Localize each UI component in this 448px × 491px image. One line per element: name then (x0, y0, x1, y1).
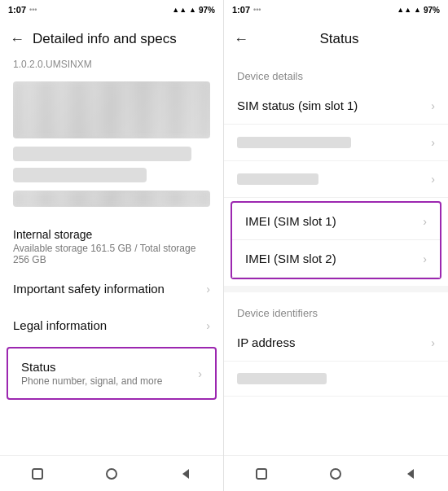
chevron-imei2: › (423, 252, 427, 265)
right-page-title: Status (319, 31, 375, 47)
back-button-left[interactable]: ← (10, 31, 24, 48)
imei-highlight-box: IMEI (SIM slot 1) › IMEI (SIM slot 2) › (231, 201, 441, 279)
menu-label-safety: Important safety information (13, 282, 165, 296)
version-text: 1.0.2.0.UMSINXM (0, 59, 223, 77)
chevron-safety: › (206, 283, 210, 296)
menu-item-safety[interactable]: Important safety information › (0, 270, 223, 307)
svg-point-4 (331, 469, 340, 479)
chevron-sim1-status: › (431, 99, 435, 112)
left-page-title: Detailed info and specs (33, 31, 177, 47)
chevron-blurred-2: › (431, 173, 435, 186)
dots-left: ••• (29, 6, 37, 14)
time-right: 1:07 (232, 5, 250, 15)
chevron-status: › (198, 367, 202, 380)
menu-label-legal: Legal information (13, 318, 107, 332)
status-text-block: Status Phone number, signal, and more (21, 360, 162, 387)
menu-item-legal[interactable]: Legal information › (0, 307, 223, 344)
status-highlight-box: Status Phone number, signal, and more › (7, 347, 217, 400)
section-device-details: Device details (224, 59, 448, 87)
left-panel: 1:07 ••• ▲▲ ▲ 97% ← Detailed info and sp… (0, 0, 224, 491)
time-left: 1:07 (8, 5, 26, 15)
nav-back-right[interactable] (402, 465, 419, 483)
list-item-ip-blurred[interactable] (224, 362, 448, 397)
blurred-image-2 (13, 191, 210, 207)
status-time-left: 1:07 ••• (8, 5, 37, 15)
storage-label: Internal storage (13, 228, 210, 241)
wifi-icon-right: ▲ (414, 6, 421, 14)
signal-icon-left: ▲▲ (172, 6, 187, 14)
list-item-sim1-status[interactable]: SIM status (sim slot 1) › (224, 87, 448, 125)
blurred-image-1 (13, 81, 210, 138)
list-item-blurred-2[interactable]: › (224, 161, 448, 198)
dots-right: ••• (253, 6, 261, 14)
svg-rect-3 (257, 469, 266, 479)
ip-blurred-value (237, 373, 327, 384)
chevron-blurred-1: › (431, 136, 435, 149)
menu-sub-status: Phone number, signal, and more (21, 375, 162, 387)
status-icons-left: ▲▲ ▲ 97% (172, 6, 215, 15)
nav-bar-right (224, 455, 448, 491)
list-item-imei1[interactable]: IMEI (SIM slot 1) › (232, 203, 440, 240)
list-item-blurred-1[interactable]: › (224, 125, 448, 161)
battery-right: 97% (424, 6, 440, 15)
status-icons-right: ▲▲ ▲ 97% (397, 6, 440, 15)
nav-back-left[interactable] (177, 465, 195, 483)
svg-marker-5 (407, 469, 414, 479)
signal-icon-right: ▲▲ (397, 6, 411, 14)
status-time-right: 1:07 ••• (232, 5, 261, 15)
ip-label: IP address (237, 335, 295, 349)
nav-circle-left[interactable] (103, 465, 121, 483)
section-device-identifiers: Device identifiers (224, 296, 448, 324)
nav-square-right[interactable] (253, 465, 270, 483)
left-header: ← Detailed info and specs (0, 20, 223, 59)
menu-label-status: Status (21, 360, 162, 374)
storage-sub: Available storage 161.5 GB / Total stora… (13, 243, 210, 265)
nav-circle-right[interactable] (327, 465, 345, 483)
wifi-icon-left: ▲ (189, 6, 196, 14)
svg-rect-0 (33, 469, 42, 479)
menu-item-status[interactable]: Status Phone number, signal, and more › (8, 349, 215, 398)
section-divider (224, 286, 448, 292)
list-item-ip[interactable]: IP address › (224, 324, 448, 362)
imei1-label: IMEI (SIM slot 1) (245, 214, 336, 228)
imei2-label: IMEI (SIM slot 2) (245, 252, 336, 265)
svg-point-1 (107, 469, 116, 479)
nav-square-left[interactable] (29, 465, 46, 483)
right-header: ← Status (224, 20, 448, 59)
battery-left: 97% (199, 6, 215, 15)
back-button-right[interactable]: ← (234, 31, 248, 48)
blurred-label-1 (237, 137, 351, 148)
status-bar-right: 1:07 ••• ▲▲ ▲ 97% (224, 0, 448, 20)
blur-row-2 (13, 168, 147, 182)
right-panel: 1:07 ••• ▲▲ ▲ 97% ← Status Device detail… (224, 0, 448, 491)
chevron-imei1: › (423, 215, 427, 228)
storage-info: Internal storage Available storage 161.5… (0, 220, 223, 270)
nav-bar-left (0, 455, 223, 491)
status-bar-left: 1:07 ••• ▲▲ ▲ 97% (0, 0, 223, 20)
blurred-label-2 (237, 173, 318, 185)
svg-marker-2 (182, 469, 189, 479)
chevron-legal: › (206, 319, 210, 332)
list-item-imei2[interactable]: IMEI (SIM slot 2) › (232, 240, 440, 278)
blur-row-1 (13, 147, 191, 161)
chevron-ip: › (431, 336, 435, 349)
sim1-status-label: SIM status (sim slot 1) (237, 99, 358, 112)
